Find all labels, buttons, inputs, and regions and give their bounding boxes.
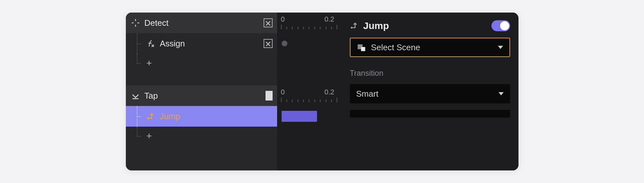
tree-item-label: Assign xyxy=(160,39,259,49)
timeline-ruler[interactable]: 0 0.2 xyxy=(277,13,341,33)
transition-section-label: Transition xyxy=(350,69,510,78)
plus-icon: + xyxy=(146,58,152,68)
timeline: 0 0.2 0 0.2 xyxy=(277,13,341,170)
transition-select[interactable]: Smart xyxy=(350,84,510,103)
tree-guide-icon xyxy=(135,127,142,145)
tree-item-detect[interactable]: Detect xyxy=(126,13,277,33)
tree-item-label: Detect xyxy=(145,18,259,28)
enabled-toggle[interactable] xyxy=(491,20,510,31)
tree-item-tap[interactable]: Tap xyxy=(126,85,277,106)
timeline-spacer xyxy=(277,72,341,85)
tree-add-child[interactable]: + xyxy=(126,127,277,145)
tree-guide-icon xyxy=(135,33,142,54)
inspector: Jump Select Scene Transition Smart xyxy=(341,13,518,170)
layer-tree: Detect Assign + xyxy=(126,13,277,170)
inspector-header: Jump xyxy=(350,20,510,31)
ruler-ticks xyxy=(281,98,338,102)
close-icon[interactable] xyxy=(264,39,273,48)
transition-select-value: Smart xyxy=(356,89,493,99)
ruler-end: 0.2 xyxy=(324,15,334,24)
tree-group-detect: Detect Assign + xyxy=(126,13,277,72)
chevron-down-icon xyxy=(499,92,504,95)
jump-icon xyxy=(350,21,359,30)
svg-rect-11 xyxy=(361,47,365,51)
chevron-down-icon xyxy=(498,46,503,49)
jump-icon xyxy=(146,112,155,121)
tree-item-label: Tap xyxy=(145,91,261,101)
scene-select[interactable]: Select Scene xyxy=(350,38,510,57)
detect-icon xyxy=(131,18,140,27)
ruler-start: 0 xyxy=(281,15,285,24)
next-select-peek[interactable] xyxy=(350,110,510,118)
ruler-start: 0 xyxy=(281,88,285,96)
ruler-end: 0.2 xyxy=(324,88,334,96)
svg-point-8 xyxy=(147,117,149,119)
tree-add-child[interactable]: + xyxy=(126,54,277,72)
scene-icon xyxy=(357,43,366,52)
close-icon[interactable] xyxy=(264,18,273,27)
tap-icon xyxy=(131,91,140,100)
timeline-track-jump[interactable] xyxy=(277,106,341,127)
ruler-ticks xyxy=(281,25,338,29)
tree-guide-icon xyxy=(135,106,142,127)
function-icon xyxy=(146,39,155,48)
keyframe-dot[interactable] xyxy=(282,41,287,46)
timeline-spacer xyxy=(277,54,341,72)
tree-spacer xyxy=(126,72,277,85)
inspector-title: Jump xyxy=(363,20,487,31)
scene-select-label: Select Scene xyxy=(371,43,493,53)
tree-guide-icon xyxy=(135,54,142,72)
tree-item-label: Jump xyxy=(160,111,273,121)
editor-panel: Detect Assign + xyxy=(126,13,518,170)
svg-point-9 xyxy=(350,27,352,29)
timeline-track-assign[interactable] xyxy=(277,33,341,54)
tree-group-tap: Tap Jump + xyxy=(126,85,277,145)
thumbnail-icon xyxy=(266,91,273,101)
timeline-ruler[interactable]: 0 0.2 xyxy=(277,85,341,106)
clip-bar[interactable] xyxy=(282,111,317,122)
tree-item-jump[interactable]: Jump xyxy=(126,106,277,127)
plus-icon: + xyxy=(146,131,152,141)
tree-item-assign[interactable]: Assign xyxy=(126,33,277,54)
